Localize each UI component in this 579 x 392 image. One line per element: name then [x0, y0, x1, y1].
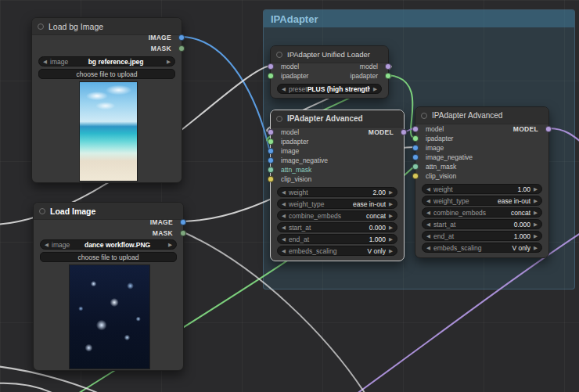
- image-preview-beach: [80, 82, 137, 181]
- end-at-widget[interactable]: ◀ end_at 1.000 ▶: [277, 234, 397, 244]
- image-combo-widget[interactable]: ◀ image bg reference.jpeg ▶: [38, 56, 175, 67]
- collapse-dot-icon[interactable]: [276, 116, 282, 122]
- decrement-arrow-icon[interactable]: ◀: [282, 222, 286, 232]
- increment-arrow-icon[interactable]: ▶: [534, 219, 538, 229]
- decrement-arrow-icon[interactable]: ◀: [426, 219, 430, 229]
- input-port-clip-vision[interactable]: [412, 173, 419, 179]
- decrement-arrow-icon[interactable]: ◀: [282, 187, 286, 197]
- combine-embeds-widget[interactable]: ◀ combine_embeds concat ▶: [422, 207, 542, 218]
- combo-right-arrow-icon[interactable]: ▶: [373, 84, 377, 94]
- decrement-arrow-icon[interactable]: ◀: [282, 234, 286, 244]
- input-port-model[interactable]: [412, 126, 419, 132]
- node-header[interactable]: IPAdapter Advanced: [271, 110, 404, 128]
- embeds-scaling-widget[interactable]: ◀ embeds_scaling V only ▶: [422, 243, 542, 253]
- node-editor-canvas[interactable]: IPAdapter Load bg Image IMAGE MASK: [0, 0, 579, 392]
- output-port-image[interactable]: [180, 219, 186, 225]
- increment-arrow-icon[interactable]: ▶: [389, 199, 393, 209]
- input-port-ipadapter[interactable]: [412, 135, 419, 142]
- node-load-image[interactable]: Load Image IMAGE MASK ◀ image dance work…: [33, 202, 184, 371]
- node-header[interactable]: IPAdapter Advanced: [415, 107, 548, 124]
- input-port-image-negative[interactable]: [268, 157, 274, 164]
- decrement-arrow-icon[interactable]: ◀: [426, 231, 430, 241]
- decrement-arrow-icon[interactable]: ◀: [282, 246, 286, 256]
- choose-file-button[interactable]: choose file to upload: [40, 252, 177, 262]
- decrement-arrow-icon[interactable]: ◀: [426, 243, 430, 253]
- output-port-mask[interactable]: [180, 230, 186, 236]
- input-port-ipadapter[interactable]: [268, 138, 274, 145]
- input-port-ipadapter[interactable]: [268, 73, 274, 79]
- increment-arrow-icon[interactable]: ▶: [534, 243, 538, 253]
- output-port-model[interactable]: [545, 126, 552, 132]
- collapse-dot-icon[interactable]: [276, 52, 282, 58]
- combo-right-arrow-icon[interactable]: ▶: [167, 56, 171, 67]
- increment-arrow-icon[interactable]: ▶: [389, 210, 393, 221]
- increment-arrow-icon[interactable]: ▶: [534, 231, 538, 241]
- weight-type-widget[interactable]: ◀ weight_type ease in-out ▶: [277, 199, 397, 209]
- increment-arrow-icon[interactable]: ▶: [389, 222, 393, 232]
- increment-arrow-icon[interactable]: ▶: [534, 207, 538, 218]
- input-label-model: model: [281, 63, 299, 70]
- node-header[interactable]: IPAdapter Unified Loader: [271, 46, 388, 63]
- output-port-model[interactable]: [401, 129, 407, 135]
- output-port-ipadapter[interactable]: [385, 73, 391, 79]
- collapse-dot-icon[interactable]: [38, 23, 44, 30]
- increment-arrow-icon[interactable]: ▶: [389, 187, 393, 197]
- weight-type-widget[interactable]: ◀ weight_type ease in-out ▶: [422, 196, 542, 206]
- input-slot-ipadapter: ipadapter: [271, 137, 308, 146]
- node-ipadapter-unified-loader[interactable]: IPAdapter Unified Loader model ipadapter…: [270, 45, 389, 99]
- combo-left-arrow-icon[interactable]: ◀: [45, 239, 49, 250]
- output-label-model: MODEL: [513, 125, 538, 133]
- combo-left-arrow-icon[interactable]: ◀: [43, 56, 47, 67]
- node-title: Load bg Image: [49, 22, 103, 31]
- widget-label: embeds_scaling: [433, 244, 481, 252]
- image-combo-widget[interactable]: ◀ image dance workflow.PNG ▶: [40, 239, 177, 250]
- output-port-model[interactable]: [385, 63, 391, 70]
- input-port-model[interactable]: [268, 63, 274, 70]
- start-at-widget[interactable]: ◀ start_at 0.000 ▶: [277, 222, 397, 232]
- output-slot-model: model: [360, 62, 388, 71]
- decrement-arrow-icon[interactable]: ◀: [282, 210, 286, 221]
- group-ipadapter-header[interactable]: IPAdapter: [264, 10, 574, 27]
- embeds-scaling-widget[interactable]: ◀ embeds_scaling V only ▶: [277, 246, 397, 256]
- input-port-attn-mask[interactable]: [268, 167, 274, 173]
- decrement-arrow-icon[interactable]: ◀: [282, 199, 286, 209]
- input-port-clip-vision[interactable]: [268, 176, 274, 182]
- combine-embeds-widget[interactable]: ◀ combine_embeds concat ▶: [277, 210, 397, 221]
- widget-label: end_at: [289, 236, 309, 243]
- output-port-mask[interactable]: [178, 45, 185, 52]
- increment-arrow-icon[interactable]: ▶: [534, 184, 538, 194]
- decrement-arrow-icon[interactable]: ◀: [426, 184, 430, 194]
- collapse-dot-icon[interactable]: [39, 208, 45, 214]
- node-ipadapter-advanced-right[interactable]: IPAdapter Advanced model ipadapter image…: [415, 106, 549, 258]
- decrement-arrow-icon[interactable]: ◀: [426, 207, 430, 218]
- input-port-attn-mask[interactable]: [412, 164, 419, 170]
- collapse-dot-icon[interactable]: [421, 113, 427, 119]
- start-at-widget[interactable]: ◀ start_at 0.000 ▶: [422, 219, 542, 229]
- choose-file-button[interactable]: choose file to upload: [38, 69, 175, 79]
- widget-value: 1.00: [453, 185, 530, 193]
- weight-widget[interactable]: ◀ weight 2.00 ▶: [277, 187, 397, 197]
- widget-label: start_at: [289, 224, 311, 232]
- weight-widget[interactable]: ◀ weight 1.00 ▶: [422, 184, 542, 194]
- preset-combo-widget[interactable]: ◀ preset PLUS (high strength) ▶: [277, 84, 382, 94]
- group-title: IPAdapter: [271, 13, 318, 25]
- increment-arrow-icon[interactable]: ▶: [389, 234, 393, 244]
- input-port-image[interactable]: [268, 148, 274, 154]
- input-port-image-negative[interactable]: [412, 154, 419, 160]
- node-ipadapter-advanced-left[interactable]: IPAdapter Advanced model ipadapter image…: [270, 110, 405, 261]
- node-title: IPAdapter Unified Loader: [287, 50, 370, 59]
- output-slot-ipadapter: ipadapter: [351, 71, 388, 81]
- output-port-image[interactable]: [178, 34, 185, 41]
- combo-right-arrow-icon[interactable]: ▶: [168, 239, 172, 250]
- input-label-model: model: [426, 125, 444, 133]
- input-port-model[interactable]: [268, 129, 274, 135]
- widget-value: 1.000: [309, 236, 386, 243]
- end-at-widget[interactable]: ◀ end_at 1.000 ▶: [422, 231, 542, 241]
- decrement-arrow-icon[interactable]: ◀: [426, 196, 430, 206]
- combo-left-arrow-icon[interactable]: ◀: [282, 84, 286, 94]
- node-load-bg-image[interactable]: Load bg Image IMAGE MASK ◀ image bg refe…: [31, 17, 182, 183]
- input-port-image[interactable]: [412, 145, 419, 151]
- input-slot-model: model: [271, 62, 299, 71]
- increment-arrow-icon[interactable]: ▶: [534, 196, 538, 206]
- increment-arrow-icon[interactable]: ▶: [389, 246, 393, 256]
